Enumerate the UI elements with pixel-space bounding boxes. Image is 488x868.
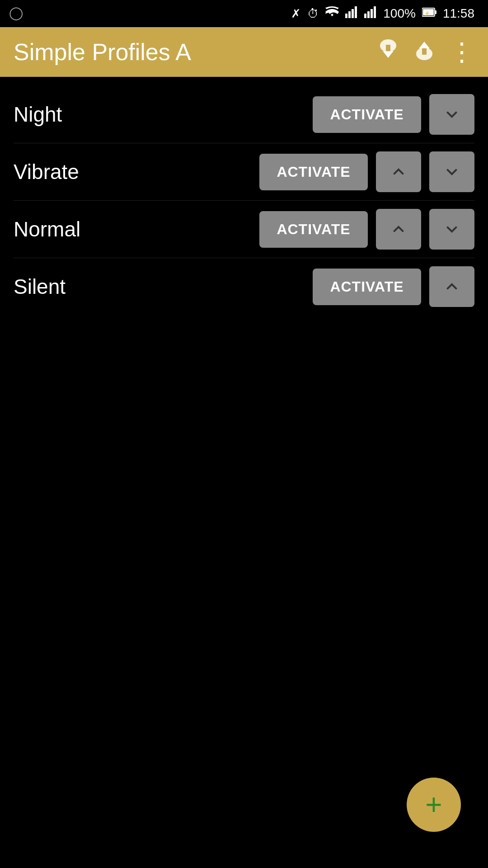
wifi-icon [325, 6, 339, 21]
profile-name-silent: Silent [14, 274, 305, 299]
status-bar-right: ✗ ⏱ 100% [291, 6, 474, 21]
activate-button-normal[interactable]: ACTIVATE [259, 211, 368, 248]
alarm-icon: ⏱ [307, 7, 319, 21]
profile-row: SilentACTIVATE [14, 258, 474, 315]
app-title: Simple Profiles A [14, 38, 191, 66]
battery-icon: ⚡ [422, 6, 436, 21]
move-up-button-vibrate[interactable] [376, 151, 421, 192]
moon-icon: ◯ [9, 6, 23, 20]
more-icon[interactable]: ⋮ [449, 48, 474, 56]
svg-rect-7 [374, 6, 376, 18]
svg-marker-15 [383, 51, 394, 58]
signal2-icon [364, 6, 377, 21]
activate-button-night[interactable]: ACTIVATE [313, 96, 421, 133]
svg-rect-18 [422, 47, 427, 55]
move-up-button-normal[interactable] [376, 209, 421, 250]
profile-row: NormalACTIVATE [14, 201, 474, 258]
profile-list: NightACTIVATEVibrateACTIVATENormalACTIVA… [0, 77, 488, 324]
svg-rect-6 [371, 9, 373, 18]
move-down-button-night[interactable] [429, 94, 474, 135]
move-down-button-vibrate[interactable] [429, 151, 474, 192]
svg-rect-3 [355, 6, 357, 18]
battery-percent: 100% [383, 6, 416, 21]
svg-rect-10 [435, 10, 436, 14]
app-bar-actions: ⋮ [377, 38, 474, 66]
svg-marker-19 [419, 42, 430, 48]
activate-button-silent[interactable]: ACTIVATE [313, 269, 421, 305]
signal1-icon [345, 6, 358, 21]
status-bar: ◯ ✗ ⏱ 10 [0, 0, 488, 27]
svg-rect-4 [364, 14, 366, 18]
svg-rect-0 [345, 14, 347, 18]
download-icon[interactable] [377, 38, 399, 66]
svg-rect-14 [386, 45, 390, 52]
activate-button-vibrate[interactable]: ACTIVATE [259, 154, 368, 190]
upload-icon[interactable] [413, 38, 436, 66]
profile-row: NightACTIVATE [14, 86, 474, 143]
move-up-button-silent[interactable] [429, 266, 474, 307]
app-bar: Simple Profiles A ⋮ [0, 27, 488, 77]
svg-text:⚡: ⚡ [424, 10, 430, 16]
bluetooth-icon: ✗ [291, 7, 301, 21]
svg-rect-2 [352, 9, 354, 18]
add-icon: + [425, 790, 442, 819]
profile-name-vibrate: Vibrate [14, 160, 251, 184]
profile-name-normal: Normal [14, 217, 251, 241]
svg-rect-5 [367, 11, 370, 18]
add-profile-fab[interactable]: + [407, 778, 461, 832]
status-bar-left: ◯ [9, 5, 23, 20]
move-down-button-normal[interactable] [429, 209, 474, 250]
time-display: 11:58 [443, 6, 474, 21]
profile-row: VibrateACTIVATE [14, 143, 474, 200]
svg-rect-1 [348, 11, 351, 18]
profile-name-night: Night [14, 102, 305, 127]
